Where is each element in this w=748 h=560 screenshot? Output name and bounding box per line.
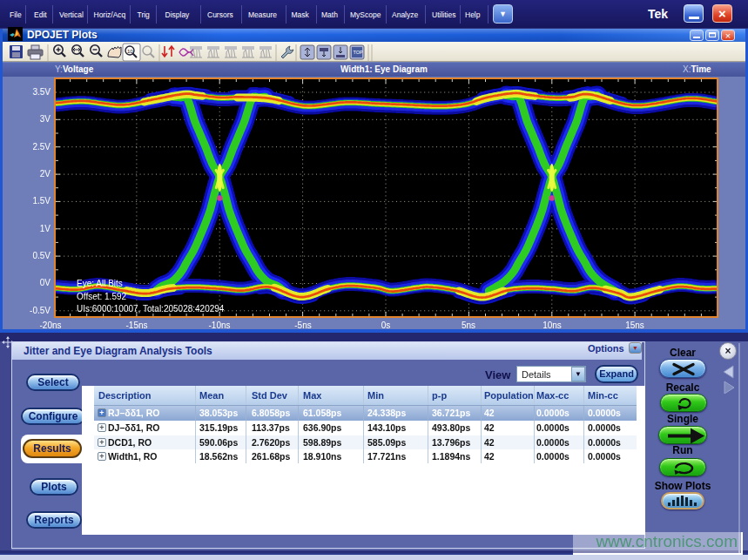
- svg-text:UIs:6000:10007, Total:205028:4: UIs:6000:10007, Total:205028:420294: [77, 304, 225, 314]
- svg-text:Offset: 1.592: Offset: 1.592: [77, 292, 127, 301]
- svg-text:Eye: All Bits: Eye: All Bits: [77, 279, 123, 288]
